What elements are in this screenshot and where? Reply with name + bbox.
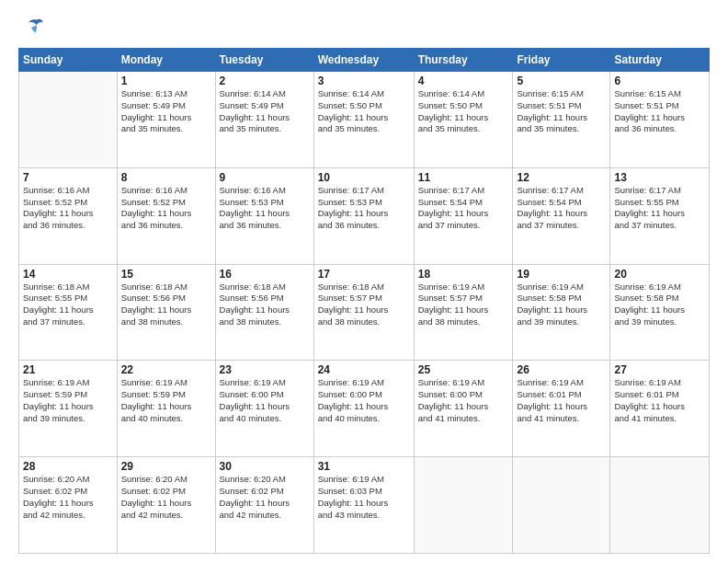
calendar-week-row: 14Sunrise: 6:18 AM Sunset: 5:55 PM Dayli… [19,264,710,361]
calendar-cell: 8Sunrise: 6:16 AM Sunset: 5:52 PM Daylig… [117,167,215,264]
calendar-cell [610,457,710,554]
day-number: 26 [517,363,606,376]
calendar-week-row: 7Sunrise: 6:16 AM Sunset: 5:52 PM Daylig… [19,167,710,264]
calendar-day-header: Sunday [19,49,118,72]
day-number: 30 [220,460,310,473]
day-info: Sunrise: 6:18 AM Sunset: 5:55 PM Dayligh… [23,282,113,328]
day-number: 14 [23,268,113,281]
calendar-cell: 11Sunrise: 6:17 AM Sunset: 5:54 PM Dayli… [414,167,513,264]
day-info: Sunrise: 6:16 AM Sunset: 5:52 PM Dayligh… [121,185,211,232]
day-number: 15 [121,268,211,281]
day-info: Sunrise: 6:15 AM Sunset: 5:51 PM Dayligh… [517,88,606,135]
day-info: Sunrise: 6:17 AM Sunset: 5:55 PM Dayligh… [614,185,705,232]
calendar-day-header: Friday [513,49,610,72]
day-info: Sunrise: 6:20 AM Sunset: 6:02 PM Dayligh… [121,474,211,521]
day-number: 21 [23,363,113,376]
page: SundayMondayTuesdayWednesdayThursdayFrid… [0,0,728,563]
day-info: Sunrise: 6:14 AM Sunset: 5:49 PM Dayligh… [220,88,310,135]
day-info: Sunrise: 6:14 AM Sunset: 5:50 PM Dayligh… [318,88,410,135]
calendar-cell: 1Sunrise: 6:13 AM Sunset: 5:49 PM Daylig… [117,72,215,168]
calendar-cell: 9Sunrise: 6:16 AM Sunset: 5:53 PM Daylig… [215,167,313,264]
calendar-cell: 19Sunrise: 6:19 AM Sunset: 5:58 PM Dayli… [513,264,610,361]
day-info: Sunrise: 6:17 AM Sunset: 5:54 PM Dayligh… [418,185,509,232]
calendar-cell: 5Sunrise: 6:15 AM Sunset: 5:51 PM Daylig… [513,72,610,168]
day-number: 10 [318,171,410,184]
calendar-cell: 25Sunrise: 6:19 AM Sunset: 6:00 PM Dayli… [414,361,513,457]
calendar-cell: 17Sunrise: 6:18 AM Sunset: 5:57 PM Dayli… [313,264,414,361]
calendar-cell: 26Sunrise: 6:19 AM Sunset: 6:01 PM Dayli… [513,361,610,457]
calendar-cell: 22Sunrise: 6:19 AM Sunset: 5:59 PM Dayli… [117,361,215,457]
day-info: Sunrise: 6:19 AM Sunset: 6:01 PM Dayligh… [517,377,606,424]
day-number: 2 [220,75,310,87]
day-number: 24 [318,363,410,376]
day-number: 16 [220,268,310,281]
day-info: Sunrise: 6:16 AM Sunset: 5:53 PM Dayligh… [220,185,310,232]
day-info: Sunrise: 6:19 AM Sunset: 6:00 PM Dayligh… [220,377,310,424]
day-info: Sunrise: 6:20 AM Sunset: 6:02 PM Dayligh… [220,474,310,521]
calendar-day-header: Wednesday [313,49,414,72]
day-number: 31 [318,460,410,473]
day-info: Sunrise: 6:19 AM Sunset: 5:58 PM Dayligh… [614,282,705,328]
day-info: Sunrise: 6:19 AM Sunset: 6:00 PM Dayligh… [318,377,410,424]
day-number: 13 [614,171,705,184]
day-info: Sunrise: 6:17 AM Sunset: 5:53 PM Dayligh… [318,185,410,232]
day-info: Sunrise: 6:18 AM Sunset: 5:56 PM Dayligh… [220,282,310,328]
calendar-cell: 3Sunrise: 6:14 AM Sunset: 5:50 PM Daylig… [313,72,414,168]
day-info: Sunrise: 6:15 AM Sunset: 5:51 PM Dayligh… [614,88,705,135]
calendar-day-header: Tuesday [215,49,313,72]
calendar-cell: 31Sunrise: 6:19 AM Sunset: 6:03 PM Dayli… [313,457,414,554]
calendar-cell: 23Sunrise: 6:19 AM Sunset: 6:00 PM Dayli… [215,361,313,457]
day-info: Sunrise: 6:18 AM Sunset: 5:56 PM Dayligh… [121,282,211,328]
calendar-cell [513,457,610,554]
calendar-cell: 20Sunrise: 6:19 AM Sunset: 5:58 PM Dayli… [610,264,710,361]
calendar-cell: 12Sunrise: 6:17 AM Sunset: 5:54 PM Dayli… [513,167,610,264]
day-info: Sunrise: 6:19 AM Sunset: 5:59 PM Dayligh… [23,377,113,424]
day-info: Sunrise: 6:19 AM Sunset: 6:03 PM Dayligh… [318,474,410,521]
day-number: 23 [220,363,310,376]
day-info: Sunrise: 6:20 AM Sunset: 6:02 PM Dayligh… [23,474,113,521]
day-info: Sunrise: 6:16 AM Sunset: 5:52 PM Dayligh… [23,185,113,232]
day-number: 6 [614,75,705,87]
calendar-day-header: Thursday [414,49,513,72]
day-number: 8 [121,171,211,184]
day-info: Sunrise: 6:13 AM Sunset: 5:49 PM Dayligh… [121,88,211,135]
day-number: 27 [614,363,705,376]
day-number: 18 [418,268,509,281]
day-number: 5 [517,75,606,87]
day-info: Sunrise: 6:18 AM Sunset: 5:57 PM Dayligh… [318,282,410,328]
day-info: Sunrise: 6:14 AM Sunset: 5:50 PM Dayligh… [418,88,509,135]
calendar-cell: 6Sunrise: 6:15 AM Sunset: 5:51 PM Daylig… [610,72,710,168]
calendar-week-row: 21Sunrise: 6:19 AM Sunset: 5:59 PM Dayli… [19,361,710,457]
calendar-cell: 7Sunrise: 6:16 AM Sunset: 5:52 PM Daylig… [19,167,118,264]
calendar-day-header: Saturday [610,49,710,72]
day-info: Sunrise: 6:19 AM Sunset: 6:01 PM Dayligh… [614,377,705,424]
day-number: 9 [220,171,310,184]
calendar-cell: 24Sunrise: 6:19 AM Sunset: 6:00 PM Dayli… [313,361,414,457]
day-number: 25 [418,363,509,376]
calendar-cell: 4Sunrise: 6:14 AM Sunset: 5:50 PM Daylig… [414,72,513,168]
day-number: 20 [614,268,705,281]
day-number: 28 [23,460,113,473]
calendar-week-row: 28Sunrise: 6:20 AM Sunset: 6:02 PM Dayli… [19,457,710,554]
calendar-cell: 21Sunrise: 6:19 AM Sunset: 5:59 PM Dayli… [19,361,118,457]
calendar-cell [414,457,513,554]
day-number: 7 [23,171,113,184]
day-info: Sunrise: 6:17 AM Sunset: 5:54 PM Dayligh… [517,185,606,232]
calendar-cell [19,72,118,168]
logo-bird-icon [18,15,44,40]
calendar-cell: 27Sunrise: 6:19 AM Sunset: 6:01 PM Dayli… [610,361,710,457]
day-number: 19 [517,268,606,281]
header [18,15,710,40]
calendar-header-row: SundayMondayTuesdayWednesdayThursdayFrid… [19,49,710,72]
day-info: Sunrise: 6:19 AM Sunset: 5:59 PM Dayligh… [121,377,211,424]
day-info: Sunrise: 6:19 AM Sunset: 5:57 PM Dayligh… [418,282,509,328]
calendar-cell: 15Sunrise: 6:18 AM Sunset: 5:56 PM Dayli… [117,264,215,361]
calendar-cell: 18Sunrise: 6:19 AM Sunset: 5:57 PM Dayli… [414,264,513,361]
calendar-week-row: 1Sunrise: 6:13 AM Sunset: 5:49 PM Daylig… [19,72,710,168]
calendar: SundayMondayTuesdayWednesdayThursdayFrid… [18,48,710,554]
calendar-day-header: Monday [117,49,215,72]
day-number: 3 [318,75,410,87]
day-number: 11 [418,171,509,184]
calendar-cell: 30Sunrise: 6:20 AM Sunset: 6:02 PM Dayli… [215,457,313,554]
calendar-cell: 28Sunrise: 6:20 AM Sunset: 6:02 PM Dayli… [19,457,118,554]
